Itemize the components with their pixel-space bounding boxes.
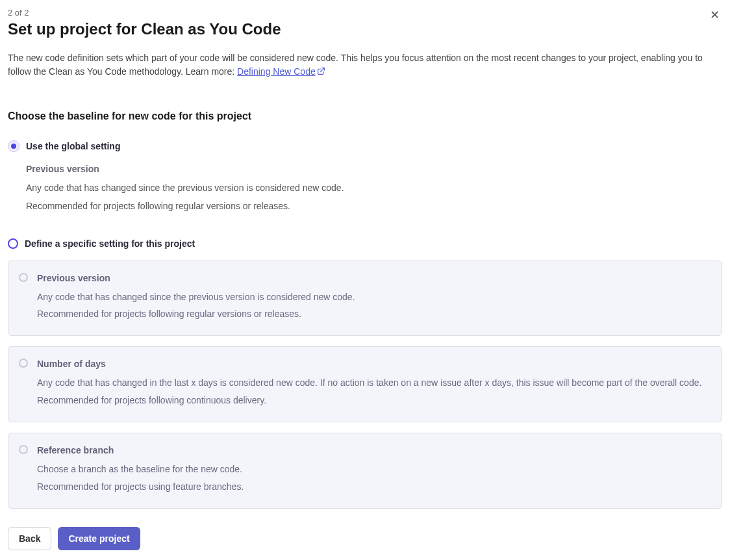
- option-specific-setting[interactable]: Define a specific setting for this proje…: [8, 238, 722, 249]
- intro-text: The new code definition sets which part …: [8, 51, 722, 79]
- radio-card-branch[interactable]: [19, 445, 28, 454]
- card-title: Previous version: [37, 273, 711, 283]
- option-global-desc2: Recommended for projects following regul…: [26, 199, 722, 213]
- section-title: Choose the baseline for new code for thi…: [8, 110, 722, 122]
- option-specific-label: Define a specific setting for this proje…: [25, 238, 195, 249]
- step-indicator: 2 of 2: [8, 8, 281, 18]
- card-title: Reference branch: [37, 445, 711, 455]
- page-title: Set up project for Clean as You Code: [8, 20, 281, 38]
- card-desc: Any code that has changed since the prev…: [37, 290, 711, 304]
- card-desc: Recommended for projects following regul…: [37, 307, 711, 321]
- option-global-details: Previous version Any code that has chang…: [26, 164, 722, 214]
- option-global-subtitle: Previous version: [26, 164, 722, 174]
- defining-new-code-link[interactable]: Defining New Code: [237, 66, 325, 77]
- intro-body: The new code definition sets which part …: [8, 53, 703, 77]
- close-icon[interactable]: ✕: [707, 8, 722, 22]
- option-global-label: Use the global setting: [26, 141, 120, 151]
- card-title: Number of days: [37, 359, 711, 369]
- radio-specific-unselected[interactable]: [8, 238, 18, 249]
- svg-line-0: [320, 68, 324, 71]
- radio-card-previous[interactable]: [19, 273, 28, 282]
- card-desc: Recommended for projects following conti…: [37, 393, 711, 407]
- option-global-desc1: Any code that has changed since the prev…: [26, 181, 722, 195]
- radio-card-days[interactable]: [19, 359, 28, 368]
- radio-global-selected[interactable]: [8, 140, 19, 152]
- card-desc: Choose a branch as the baseline for the …: [37, 462, 711, 476]
- card-previous-version[interactable]: Previous version Any code that has chang…: [8, 261, 722, 337]
- card-desc: Recommended for projects using feature b…: [37, 479, 711, 494]
- external-link-icon: [317, 66, 325, 79]
- create-project-button[interactable]: Create project: [58, 527, 140, 550]
- option-global-setting[interactable]: Use the global setting: [8, 140, 722, 152]
- back-button[interactable]: Back: [8, 527, 51, 550]
- footer-buttons: Back Create project: [8, 527, 722, 550]
- specific-options-cards: Previous version Any code that has chang…: [8, 261, 722, 509]
- card-reference-branch[interactable]: Reference branch Choose a branch as the …: [8, 433, 722, 509]
- card-number-of-days[interactable]: Number of days Any code that has changed…: [8, 346, 722, 422]
- card-desc: Any code that has changed in the last x …: [37, 375, 711, 390]
